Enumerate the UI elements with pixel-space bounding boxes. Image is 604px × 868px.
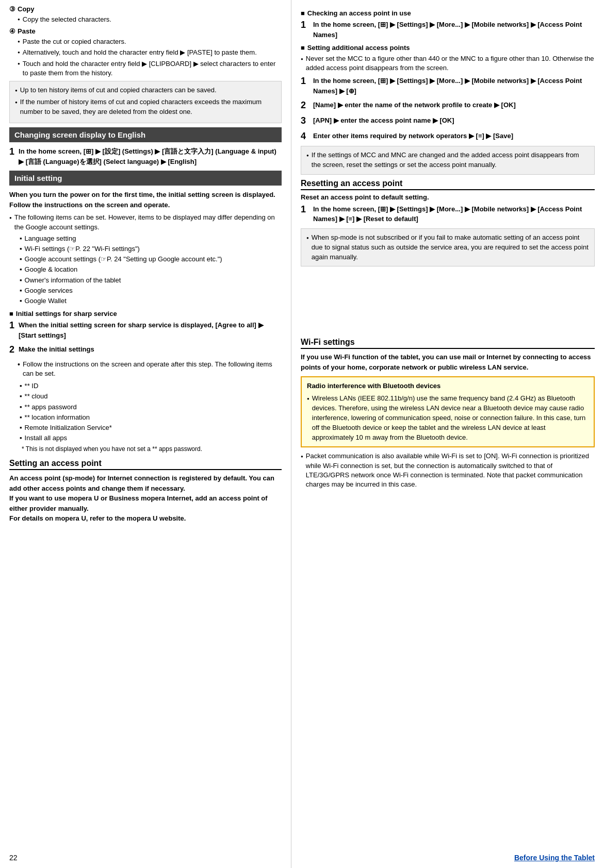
radio-box-title: Radio interference with Bluetooth device…	[307, 381, 589, 391]
sq-item-4: Owner's information of the tablet	[20, 276, 282, 285]
sharp-step1-num: 1	[9, 320, 14, 331]
paste-bullet-1: Paste the cut or copied characters.	[18, 37, 282, 46]
spmode-note: When sp-mode is not subscribed or if you…	[306, 233, 589, 262]
sharp-service-heading: Initial settings for sharp service	[9, 310, 282, 318]
copy-section: ③ Copy	[9, 5, 282, 13]
additional-step3: 3 [APN] ▶ enter the access point name ▶ …	[301, 115, 595, 127]
changing-step-text: In the home screen, [⊞] ▶ [設定] (Settings…	[19, 146, 282, 166]
sq-item-6: Google Wallet	[20, 296, 282, 306]
resetting-step1: 1 In the home screen, [⊞] ▶ [Settings] ▶…	[301, 204, 595, 224]
initial-setting-info: ● The following items can be set. Howeve…	[9, 213, 282, 231]
packet-note-text: Packet communication is also available w…	[306, 452, 595, 489]
packet-note: ● Packet communication is also available…	[301, 452, 595, 489]
setting-additional-note-text: Never set the MCC to a figure other than…	[306, 54, 595, 73]
wifi-settings-title: Wi-Fi settings	[301, 338, 595, 349]
additional-step1-text: In the home screen, [⊞] ▶ [Settings] ▶ […	[313, 76, 595, 96]
radio-interference-box: Radio interference with Bluetooth device…	[301, 376, 595, 447]
copy-title: Copy	[18, 5, 35, 13]
additional-step4-num: 4	[301, 131, 309, 142]
initial-setting-header: Initial setting	[9, 171, 282, 186]
step2-sq-5: Install all apps	[20, 433, 282, 443]
sharp-step1-text: When the initial setting screen for shar…	[19, 320, 282, 340]
sharp-step2: 2 Make the initial settings	[9, 344, 282, 356]
step2-sq-1: ** cloud	[20, 392, 282, 401]
copy-num: ③	[9, 5, 15, 13]
right-column: Checking an access point in use 1 In the…	[291, 0, 604, 868]
spmode-note-box: When sp-mode is not subscribed or if you…	[301, 228, 595, 267]
access-point-bold-text: An access point (sp-mode) for Internet c…	[9, 473, 282, 524]
sq-item-2: Google account settings (☞P. 24 "Setting…	[20, 255, 282, 264]
resetting-step1-num: 1	[301, 204, 309, 215]
paste-section: ④ Paste	[9, 27, 282, 35]
sq-item-5: Google services	[20, 286, 282, 295]
additional-step1-num: 1	[301, 76, 309, 87]
step2-sq-0: ** ID	[20, 381, 282, 391]
paste-bullet-2: Alternatively, touch and hold the charac…	[18, 48, 282, 57]
changing-screen-header: Changing screen display to English	[9, 127, 282, 142]
step2-sq-3: ** location information	[20, 413, 282, 422]
additional-step1: 1 In the home screen, [⊞] ▶ [Settings] ▶…	[301, 76, 595, 96]
sq-item-1: Wi-Fi settings (☞P. 22 "Wi-Fi settings")	[20, 244, 282, 254]
step2-sq-4: Remote Initialization Service*	[20, 423, 282, 432]
sq-item-0: Language setting	[20, 234, 282, 243]
setting-additional-note: ● Never set the MCC to a figure other th…	[301, 54, 595, 73]
initial-setting-info-text: The following items can be set. However,…	[14, 213, 282, 231]
clipboard-info-box: Up to ten history items of cut and copie…	[9, 81, 282, 124]
page-number: 22	[9, 854, 18, 862]
mcc-mnc-note: If the settings of MCC and MNC are chang…	[306, 151, 589, 170]
initial-setting-intro: When you turn the power on for the first…	[9, 190, 282, 210]
additional-step2: 2 [Name] ▶ enter the name of the network…	[301, 100, 595, 111]
resetting-access-title: Resetting an access point	[301, 179, 595, 190]
step2-sq-list: ** ID ** cloud ** apps password ** locat…	[20, 381, 282, 443]
paste-title: Paste	[18, 27, 36, 35]
copy-bullets: Copy the selected characters.	[18, 15, 282, 24]
setting-access-point-title: Setting an access point	[9, 459, 282, 470]
paste-num: ④	[9, 27, 15, 35]
changing-screen-step1: 1 In the home screen, [⊞] ▶ [設定] (Settin…	[9, 146, 282, 166]
sharp-step1: 1 When the initial setting screen for sh…	[9, 320, 282, 340]
copy-bullet-1: Copy the selected characters.	[18, 15, 282, 24]
mcc-mnc-note-box: If the settings of MCC and MNC are chang…	[301, 146, 595, 175]
additional-step2-num: 2	[301, 100, 309, 111]
initial-setting-sq-list: Language setting Wi-Fi settings (☞P. 22 …	[20, 234, 282, 306]
additional-step4-text: Enter other items required by network op…	[313, 131, 513, 141]
paste-bullets: Paste the cut or copied characters. Alte…	[18, 37, 282, 78]
additional-step3-text: [APN] ▶ enter the access point name ▶ [O…	[313, 115, 454, 126]
additional-step2-text: [Name] ▶ enter the name of the network p…	[313, 100, 516, 110]
additional-step3-num: 3	[301, 115, 309, 127]
sharp-step2-num: 2	[9, 344, 14, 356]
step2-dot-0: Follow the instructions on the screen an…	[18, 360, 282, 378]
sharp-step2-text: Make the initial settings	[19, 344, 94, 355]
sq-item-3: Google & location	[20, 265, 282, 274]
paste-bullet-3: Touch and hold the character entry field…	[18, 59, 282, 78]
resetting-step1-text: In the home screen, [⊞] ▶ [Settings] ▶ […	[313, 204, 595, 224]
resetting-access-subtitle: Reset an access point to default setting…	[301, 193, 595, 201]
additional-step4: 4 Enter other items required by network …	[301, 131, 595, 142]
checking-access-step1: 1 In the home screen, [⊞] ▶ [Settings] ▶…	[301, 20, 595, 40]
setting-additional-heading: Setting additional access points	[301, 44, 595, 52]
star-note: * This is not displayed when you have no…	[22, 445, 282, 454]
info-bullet-2: If the number of history items of cut an…	[15, 97, 276, 117]
checking-access-heading: Checking an access point in use	[301, 9, 595, 17]
page-footer: 22 Before Using the Tablet	[0, 854, 604, 862]
step2-sq-2: ** apps password	[20, 403, 282, 412]
wifi-intro: If you use Wi-Fi function of the tablet,…	[301, 352, 595, 372]
info-bullet-1: Up to ten history items of cut and copie…	[15, 86, 276, 95]
step2-dot-list: Follow the instructions on the screen an…	[18, 360, 282, 378]
radio-box-text: Wireless LANs (IEEE 802.11b/g/n) use the…	[307, 394, 589, 442]
changing-step-num: 1	[9, 146, 14, 158]
checking-step1-text: In the home screen, [⊞] ▶ [Settings] ▶ […	[313, 20, 595, 40]
footer-link: Before Using the Tablet	[514, 854, 595, 862]
checking-step1-num: 1	[301, 20, 309, 31]
left-column: ③ Copy Copy the selected characters. ④ P…	[0, 0, 291, 868]
